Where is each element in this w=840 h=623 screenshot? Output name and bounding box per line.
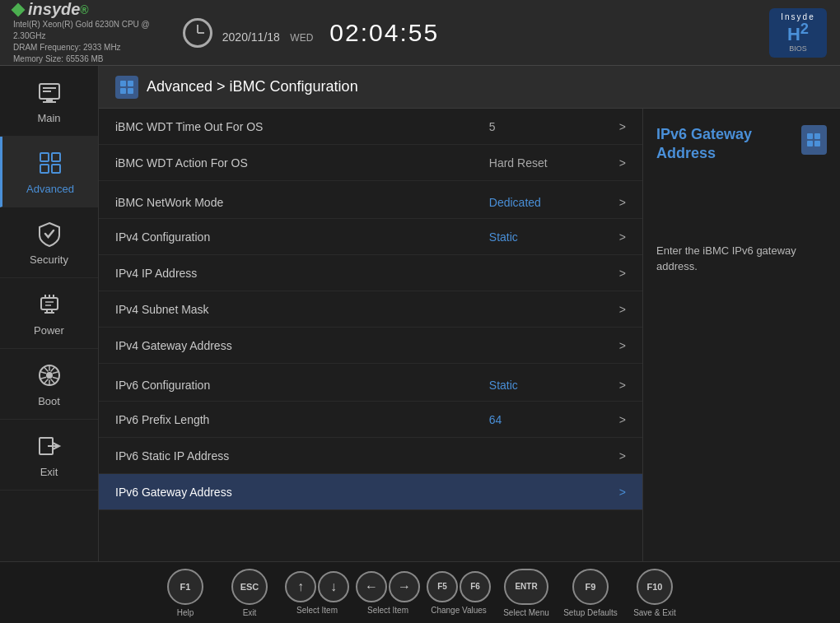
- svg-rect-25: [128, 88, 133, 94]
- breadcrumb-text: Advanced > iBMC Configuration: [147, 78, 358, 95]
- select-item-updown-group: ↑ ↓ Select Item: [285, 571, 349, 615]
- table-row[interactable]: iBMC WDT Action For OS Hard Reset >: [99, 145, 642, 181]
- logo-text: insyde ®: [13, 0, 150, 19]
- svg-rect-8: [52, 165, 60, 173]
- svg-rect-7: [40, 165, 49, 173]
- breadcrumb-bar: Advanced > iBMC Configuration: [99, 66, 840, 109]
- advanced-icon: [35, 148, 65, 178]
- sidebar-item-exit[interactable]: Exit: [0, 420, 98, 490]
- breadcrumb-icon: [115, 76, 138, 99]
- table-row[interactable]: IPv6 Prefix Length 64 >: [99, 402, 642, 438]
- sidebar-advanced-label: Advanced: [26, 183, 74, 195]
- table-row[interactable]: IPv4 Configuration Static >: [99, 219, 642, 255]
- chevron-right-icon: >: [619, 486, 626, 499]
- time-display: 02:04:55: [329, 19, 439, 47]
- table-row[interactable]: iBMC WDT Time Out For OS 5 >: [99, 109, 642, 145]
- exit-icon: [35, 431, 64, 461]
- info-header: IPv6 Gateway Address: [656, 125, 827, 164]
- sidebar-main-label: Main: [37, 112, 60, 124]
- sidebar-security-label: Security: [30, 253, 68, 266]
- svg-rect-27: [814, 133, 820, 139]
- footer: F1 Help ESC Exit ↑ ↓ Select Item ← → Sel…: [0, 561, 840, 623]
- svg-rect-4: [43, 91, 51, 92]
- sidebar-item-boot[interactable]: Boot: [0, 349, 98, 420]
- power-icon: [35, 290, 64, 319]
- chevron-right-icon: >: [619, 267, 626, 280]
- svg-point-19: [46, 372, 53, 379]
- info-icon: [801, 125, 827, 155]
- right-arrow-button[interactable]: →: [389, 571, 420, 602]
- info-panel: IPv6 Gateway Address Enter the iBMC IPv6…: [642, 109, 840, 561]
- main-icon: [35, 77, 64, 107]
- svg-rect-2: [43, 101, 56, 103]
- svg-rect-29: [814, 141, 820, 146]
- help-button[interactable]: F1 Help: [156, 569, 214, 617]
- table-row[interactable]: IPv6 Configuration Static >: [99, 364, 642, 402]
- main-layout: Main Advanced Security: [0, 66, 840, 561]
- svg-rect-23: [128, 81, 133, 86]
- chevron-right-icon: >: [619, 156, 626, 170]
- settings-list: iBMC WDT Time Out For OS 5 > iBMC WDT Ac…: [99, 109, 642, 561]
- down-arrow-button[interactable]: ↓: [318, 571, 349, 602]
- f6-button[interactable]: F6: [460, 571, 491, 602]
- svg-rect-6: [52, 153, 60, 161]
- svg-rect-28: [807, 141, 813, 146]
- svg-rect-26: [807, 133, 813, 139]
- sidebar: Main Advanced Security: [0, 66, 99, 561]
- sidebar-item-main[interactable]: Main: [0, 66, 98, 137]
- chevron-right-icon: >: [619, 339, 626, 352]
- up-arrow-button[interactable]: ↑: [285, 571, 316, 602]
- chevron-right-icon: >: [619, 449, 626, 463]
- table-row[interactable]: IPv4 Gateway Address >: [99, 328, 642, 364]
- sidebar-power-label: Power: [34, 324, 64, 337]
- table-row[interactable]: IPv4 IP Address >: [99, 255, 642, 291]
- table-row[interactable]: IPv4 Subnet Mask >: [99, 291, 642, 328]
- svg-rect-5: [40, 153, 49, 161]
- save-exit-button[interactable]: F10 Save & Exit: [626, 569, 684, 617]
- logo-diamond-icon: [12, 2, 26, 16]
- date-display: 2020/11/18 WED: [222, 30, 314, 44]
- sidebar-boot-label: Boot: [38, 395, 60, 407]
- datetime-block: 2020/11/18 WED 02:04:55: [222, 19, 439, 47]
- chevron-right-icon: >: [619, 303, 626, 316]
- chevron-right-icon: >: [619, 196, 626, 209]
- security-icon: [35, 219, 64, 249]
- cpu-info: Intel(R) Xeon(R) Gold 6230N CPU @ 2.30GH…: [13, 19, 150, 65]
- sidebar-item-power[interactable]: Power: [0, 278, 98, 349]
- table-row[interactable]: iBMC NetWork Mode Dedicated >: [99, 181, 642, 219]
- chevron-right-icon: >: [619, 120, 626, 133]
- bios-logo: Insyde H2 BIOS: [769, 8, 827, 58]
- chevron-right-icon: >: [619, 413, 626, 426]
- setup-defaults-button[interactable]: F9 Setup Defaults: [562, 569, 619, 617]
- svg-rect-1: [46, 99, 53, 101]
- sidebar-exit-label: Exit: [40, 466, 58, 478]
- table-row-active[interactable]: IPv6 Gateway Address >: [99, 474, 642, 510]
- f5-button[interactable]: F5: [427, 571, 458, 602]
- chevron-right-icon: >: [619, 379, 626, 392]
- content-area: Advanced > iBMC Configuration iBMC WDT T…: [99, 66, 840, 561]
- clock-icon: [183, 18, 212, 48]
- svg-rect-3: [43, 87, 56, 89]
- boot-icon: [35, 360, 64, 390]
- logo-section: insyde ® Intel(R) Xeon(R) Gold 6230N CPU…: [13, 0, 150, 65]
- table-row[interactable]: IPv6 Static IP Address >: [99, 438, 642, 474]
- chevron-right-icon: >: [619, 230, 626, 244]
- time-section: 2020/11/18 WED 02:04:55: [183, 18, 439, 48]
- svg-rect-24: [120, 88, 126, 94]
- select-menu-button[interactable]: ENTR Select Menu: [497, 569, 555, 617]
- header: insyde ® Intel(R) Xeon(R) Gold 6230N CPU…: [0, 0, 840, 66]
- exit-button[interactable]: ESC Exit: [221, 569, 278, 617]
- left-arrow-button[interactable]: ←: [356, 571, 387, 602]
- sidebar-item-security[interactable]: Security: [0, 207, 98, 278]
- sidebar-item-advanced[interactable]: Advanced: [0, 137, 98, 207]
- svg-rect-22: [120, 81, 126, 86]
- info-description: Enter the iBMC IPv6 gateway address.: [656, 243, 827, 275]
- select-item-leftright-group: ← → Select Item: [356, 571, 420, 615]
- svg-rect-9: [41, 298, 58, 309]
- info-title: IPv6 Gateway Address: [656, 125, 795, 164]
- change-values-group: F5 F6 Change Values: [427, 571, 491, 615]
- settings-panel: iBMC WDT Time Out For OS 5 > iBMC WDT Ac…: [99, 109, 840, 561]
